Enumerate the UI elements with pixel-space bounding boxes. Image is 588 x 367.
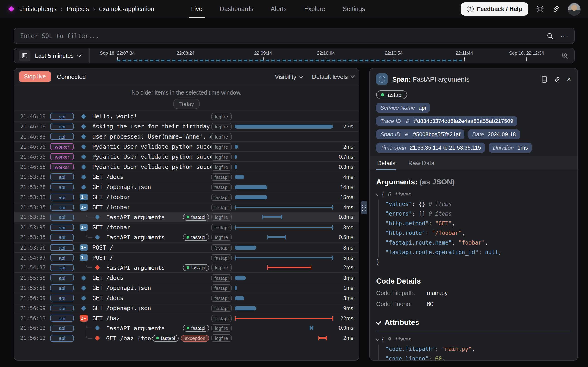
tab-live[interactable]: Live [191, 0, 203, 18]
json-line: { 9 items [376, 335, 571, 344]
breadcrumb-projects[interactable]: Projects [67, 6, 89, 12]
waterfall-cell [235, 182, 333, 192]
trace-row[interactable]: 21:55:58apiGET /openapi.jsonfastapi1ms [14, 283, 359, 293]
attributes-heading[interactable]: Attributes [376, 318, 571, 327]
row-tag-api: api [50, 325, 74, 332]
json-token: , [498, 249, 502, 256]
waterfall-cell [235, 223, 333, 232]
metadata-pill-trace-id[interactable]: Trace ID#d834c3374dd6fa2e4aa82a55ab21750… [376, 116, 518, 126]
span-diamond-icon [95, 215, 100, 220]
json-line: "code.lineno": 60, [385, 354, 571, 361]
breadcrumb-separator-icon: › [93, 5, 95, 13]
trace-row[interactable]: 21:46:33apiuser processed: User(name='An… [14, 131, 359, 141]
live-panel-header: Stop live Connected Visibility Default l… [14, 68, 359, 85]
trace-row[interactable]: 21:54:37apiFastAPI argumentsfastapilogfi… [14, 262, 359, 273]
detail-tab-raw-data[interactable]: Raw Data [407, 156, 435, 170]
trace-row[interactable]: 21:46:55workerPydantic User validate_pyt… [14, 151, 359, 161]
metadata-pill-service-name[interactable]: Service Nameapi [376, 103, 430, 113]
trace-row[interactable]: 21:53:33api1+GET /foobarfastapi15ms [14, 192, 359, 202]
default-levels-dropdown[interactable]: Default levels [312, 73, 354, 80]
tab-settings[interactable]: Settings [343, 0, 365, 18]
zoom-in-icon[interactable] [561, 52, 569, 59]
collapse-chevron-icon[interactable] [376, 337, 380, 341]
json-token: "code.lineno" [385, 356, 429, 361]
chevron-down-icon [375, 319, 381, 324]
sql-filter-input[interactable]: Enter SQL to filter... [20, 32, 540, 39]
collapse-count-badge[interactable]: 1+ [80, 244, 87, 251]
share-link-icon[interactable] [552, 5, 561, 13]
trace-row[interactable]: 21:56:13apiFastAPI argumentsfastapilogfi… [14, 323, 359, 333]
metadata-pill-duration[interactable]: Duration1ms [489, 143, 532, 153]
row-tag-api: api [50, 204, 74, 211]
row-marker [93, 333, 102, 343]
tab-dashboards[interactable]: Dashboards [220, 0, 253, 18]
trace-row[interactable]: 21:53:35api1-GET /foobarfastapi3ms [14, 222, 359, 232]
trace-row[interactable]: 21:53:35apiFastAPI argumentsfastapilogfi… [14, 232, 359, 242]
trace-row[interactable]: 21:56:09apiGET /docsfastapi3ms [14, 293, 359, 303]
stop-live-button[interactable]: Stop live [19, 71, 51, 82]
nav-right: ? Feedback / Help [461, 2, 581, 16]
scope-chip-logfire: logfire [211, 123, 232, 130]
arguments-json-tree[interactable]: { 6 items"values": {} 0 items"errors": [… [376, 190, 571, 267]
trace-row[interactable]: 21:54:37api1-POST /fastapi5ms [14, 252, 359, 262]
row-message: POST / [92, 254, 211, 261]
json-indent-block: "values": {} 0 items"errors": [] 0 items… [378, 200, 571, 257]
trace-row[interactable]: 21:46:19apiHello, world!logfire [14, 111, 359, 121]
trace-row[interactable]: 21:53:28apiGET /docsfastapi4ms [14, 172, 359, 182]
visibility-dropdown[interactable]: Visibility [275, 73, 303, 80]
duration-bar [235, 175, 245, 179]
row-marker [79, 182, 88, 192]
timeline-ruler[interactable]: Sep 18, 22:07:3422:08:2422:09:1422:10:04… [89, 48, 554, 63]
duration-bar [235, 205, 333, 209]
json-token: } [376, 259, 380, 265]
detail-tab-details[interactable]: Details [376, 156, 397, 170]
trace-row[interactable]: 21:53:28apiGET /openapi.jsonfastapi14ms [14, 182, 359, 192]
trace-row[interactable]: 21:56:09apiGET /openapi.jsonfastapi9ms [14, 303, 359, 313]
trace-row[interactable]: 21:46:19apiAsking the user for their bir… [14, 121, 359, 131]
row-timestamp: 21:56:13 [14, 335, 46, 341]
row-timestamp: 21:53:28 [14, 174, 46, 180]
breadcrumb-org[interactable]: christophergs [19, 6, 57, 12]
row-chips: fastapiexception [153, 335, 209, 342]
logfire-logo-icon[interactable] [8, 6, 14, 12]
feedback-help-button[interactable]: ? Feedback / Help [461, 2, 528, 16]
close-icon[interactable]: × [567, 75, 571, 83]
tab-explore[interactable]: Explore [304, 0, 325, 18]
chevron-down-icon [77, 52, 81, 57]
trace-row[interactable]: 21:53:56api1+POST /fastapi8ms [14, 242, 359, 252]
collapse-chevron-icon[interactable] [376, 192, 380, 196]
collapse-count-badge[interactable]: 1+ [80, 194, 87, 200]
trace-row[interactable]: 21:56:13api2-GET /bazfastapi22ms [14, 313, 359, 323]
breadcrumb-project[interactable]: example-application [99, 6, 154, 12]
time-range-dropdown[interactable]: Last 5 minutes [35, 52, 81, 59]
duration-bar [235, 316, 333, 320]
row-tag-api: api [50, 244, 74, 251]
row-tag-api: api [50, 305, 74, 311]
collapse-panel-icon[interactable] [19, 50, 30, 61]
row-tag-api: api [50, 264, 74, 271]
trace-row[interactable]: 21:53:35api1-GET /foobarfastapi4ms [14, 202, 359, 212]
tab-alerts[interactable]: Alerts [271, 0, 287, 18]
duration-bar [235, 245, 256, 250]
trace-row[interactable]: 21:46:55workerPydantic User validate_pyt… [14, 161, 359, 172]
scope-chip-fastapi: fastapi [211, 294, 232, 302]
trace-row[interactable]: 21:55:58apiGET /docsfastapi3ms [14, 273, 359, 283]
search-icon[interactable] [546, 32, 554, 40]
panel-resize-handle[interactable] [361, 201, 367, 214]
pill-label: Date [472, 131, 484, 138]
metadata-pill-span-id[interactable]: Span ID#5008bce5f7fe21af [376, 129, 464, 140]
user-avatar[interactable] [568, 2, 581, 15]
today-button[interactable]: Today [173, 99, 200, 109]
attributes-json-tree[interactable]: { 9 items"code.filepath": "main.py","cod… [376, 335, 571, 361]
metadata-pill-time-span[interactable]: Time span21:53:35.114 to 21:53:35.115 [376, 143, 485, 153]
trace-row[interactable]: 21:46:55workerPydantic User validate_pyt… [14, 141, 359, 151]
dock-panel-icon[interactable] [541, 75, 547, 83]
copy-link-icon[interactable] [553, 75, 561, 83]
divider [376, 331, 571, 331]
trace-row-selected[interactable]: 21:53:35apiFastAPI argumentsfastapilogfi… [14, 212, 359, 222]
trace-row[interactable]: 21:56:13apiGET /baz (foobar)fastapiexcep… [14, 333, 359, 343]
waterfall-cell [235, 303, 333, 313]
theme-toggle-icon[interactable] [536, 5, 544, 13]
metadata-pill-date[interactable]: Date2024-09-18 [468, 129, 520, 140]
fastapi-tag-chip[interactable]: fastapi [376, 90, 407, 99]
